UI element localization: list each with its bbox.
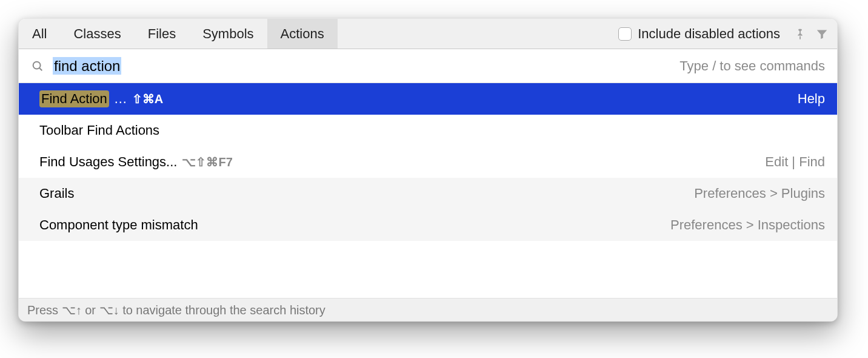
result-label: Grails [39,186,74,201]
search-icon [31,59,44,73]
tabs: All Classes Files Symbols Actions [19,19,338,49]
filter-icon[interactable] [813,25,831,43]
results-list: Find Action… ⇧⌘A Help Toolbar Find Actio… [19,83,837,298]
tab-label: Files [148,26,176,42]
result-ellipsis: … [114,91,127,107]
result-label: Component type mismatch [39,217,198,233]
result-label: Find Usages Settings... [39,154,177,170]
result-row[interactable]: Grails Preferences > Plugins [19,178,837,209]
search-hint: Type / to see commands [679,58,825,74]
svg-point-0 [33,61,41,69]
search-everywhere-window: All Classes Files Symbols Actions Includ… [18,18,838,322]
pin-icon[interactable] [791,25,809,43]
result-row[interactable]: Find Action… ⇧⌘A Help [19,83,837,115]
tab-actions[interactable]: Actions [267,19,338,49]
search-input[interactable]: find action [53,58,679,75]
result-shortcut: ⌥⇧⌘F7 [182,155,232,169]
result-location: Edit | Find [765,154,825,170]
result-row[interactable]: Find Usages Settings... ⌥⇧⌘F7 Edit | Fin… [19,146,837,178]
tab-symbols[interactable]: Symbols [189,19,267,49]
result-location: Help [798,91,825,107]
tab-label: Symbols [202,26,253,42]
tab-all[interactable]: All [19,19,60,49]
tab-files[interactable]: Files [135,19,189,49]
result-row[interactable]: Component type mismatch Preferences > In… [19,209,837,241]
tab-bar: All Classes Files Symbols Actions Includ… [19,19,837,49]
include-disabled-label: Include disabled actions [638,26,780,42]
result-label: Toolbar Find Actions [39,123,159,138]
search-query-text: find action [53,57,121,75]
result-label: Find Action [39,90,109,107]
svg-line-1 [39,67,42,70]
tab-label: All [32,26,47,42]
result-shortcut: ⇧⌘A [132,92,163,106]
tab-label: Actions [281,26,324,42]
checkbox-icon [618,27,632,41]
tab-classes[interactable]: Classes [60,19,134,49]
result-row[interactable]: Toolbar Find Actions [19,115,837,146]
include-disabled-toggle[interactable]: Include disabled actions [618,26,787,42]
tab-label: Classes [73,26,121,42]
result-location: Preferences > Inspections [670,217,825,233]
footer-hint: Press ⌥↑ or ⌥↓ to navigate through the s… [19,298,837,321]
result-location: Preferences > Plugins [694,186,825,201]
search-row: find action Type / to see commands [19,49,837,83]
